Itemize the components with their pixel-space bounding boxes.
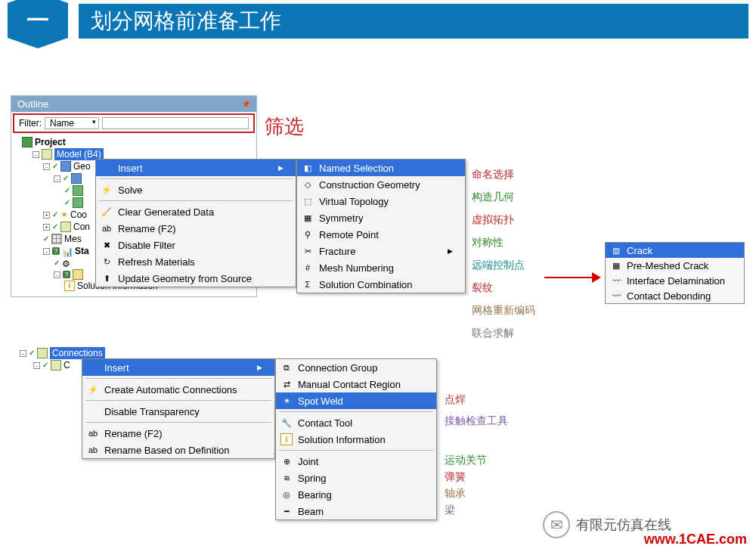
menu-interface-delamination[interactable]: 〰Interface Delamination <box>606 273 744 288</box>
menu-crack[interactable]: ▥Crack <box>606 243 744 258</box>
menu-insert-conn[interactable]: Insert▶ <box>82 359 274 376</box>
debonding-icon: 〰 <box>610 290 622 302</box>
topology-icon: ⬚ <box>302 195 314 207</box>
numbering-icon: # <box>302 262 314 274</box>
submenu-beam[interactable]: ━Beam <box>276 503 436 519</box>
menu-rename-definition[interactable]: abRename Based on Definition <box>82 442 274 458</box>
group-icon: ⧉ <box>280 361 293 374</box>
check-icon: ✓ <box>43 233 49 245</box>
expand-icon[interactable]: - <box>20 350 26 357</box>
blank-icon <box>101 162 113 174</box>
arrow-icon <box>544 272 601 283</box>
separator <box>99 178 293 179</box>
outline-title-bar: Outline 📌 <box>11 96 256 112</box>
menu-insert[interactable]: Insert▶ <box>96 160 296 176</box>
model-icon <box>42 149 52 160</box>
rename-icon: ab <box>101 222 113 234</box>
separator <box>279 411 433 412</box>
submenu-contact-tool[interactable]: 🔧Contact Tool <box>276 414 436 431</box>
solution-icon <box>73 269 83 280</box>
tree-coo[interactable]: Coo <box>70 209 87 221</box>
pin-icon[interactable]: 📌 <box>241 100 250 108</box>
check-icon: ✓ <box>63 172 69 185</box>
separator <box>99 200 293 201</box>
separator <box>279 450 433 451</box>
menu-solve[interactable]: ⚡Solve <box>96 181 296 198</box>
filter-select[interactable]: Name <box>45 117 99 129</box>
check-icon: ✓ <box>64 197 70 209</box>
submenu-spring[interactable]: ≋Spring <box>276 470 436 486</box>
footer-url: www.1CAE.com <box>644 532 747 547</box>
separator <box>85 400 271 401</box>
named-selection-icon: ◧ <box>302 162 314 174</box>
lightning-icon: ⚡ <box>101 184 113 196</box>
expand-icon[interactable]: - <box>54 175 60 182</box>
submenu-mesh-numbering[interactable]: #Mesh Numbering <box>297 259 465 276</box>
connections-icon <box>37 348 48 358</box>
tree-con[interactable]: Con <box>73 221 90 233</box>
expand-icon[interactable]: + <box>43 212 50 219</box>
expand-icon[interactable]: - <box>33 151 39 158</box>
anno-mesh-numbering: 网格重新编码 <box>472 299 535 321</box>
expand-icon[interactable]: - <box>43 248 50 255</box>
lightning-icon: ⚡ <box>87 383 99 395</box>
context-menu-model: Insert▶ ⚡Solve 🧹Clear Generated Data abR… <box>95 159 296 287</box>
menu-disable-transparency[interactable]: Disable Transparency <box>82 403 274 420</box>
construction-icon: ◇ <box>302 178 314 191</box>
expand-icon[interactable]: - <box>54 271 60 278</box>
submenu-solution-combination[interactable]: ΣSolution Combination <box>297 276 465 293</box>
page-header: 一 划分网格前准备工作 <box>0 0 756 42</box>
premeshed-icon: ▦ <box>610 259 622 271</box>
info-icon: i <box>64 281 75 291</box>
annotations-insert-model: 命名选择 构造几何 虚拟拓扑 对称性 远端控制点 裂纹 网格重新编码 联合求解 <box>472 163 535 344</box>
tree-sta[interactable]: Sta <box>75 245 89 257</box>
tree-mes[interactable]: Mes <box>64 233 82 245</box>
expand-icon[interactable]: + <box>43 224 50 231</box>
menu-auto-connections[interactable]: ⚡Create Automatic Connections <box>82 381 274 398</box>
remote-point-icon: ⚲ <box>302 228 314 240</box>
submenu-fracture[interactable]: ✂Fracture▶ <box>297 243 465 259</box>
submenu-connection-group[interactable]: ⧉Connection Group <box>276 359 436 376</box>
menu-clear-data[interactable]: 🧹Clear Generated Data <box>96 203 296 220</box>
anno-spring: 弹簧 <box>445 468 508 485</box>
joint-icon: ⊕ <box>280 455 293 467</box>
submenu-bearing[interactable]: ◎Bearing <box>276 486 436 503</box>
menu-contact-debonding[interactable]: 〰Contact Debonding <box>606 288 744 303</box>
submenu-symmetry[interactable]: ▦Symmetry <box>297 209 465 226</box>
menu-rename[interactable]: abRename (F2) <box>96 220 296 237</box>
check-icon: ✓ <box>42 359 48 371</box>
folder-icon <box>51 360 61 371</box>
submenu-manual-contact[interactable]: ⇄Manual Contact Region <box>276 376 436 392</box>
info-icon: i <box>280 433 293 445</box>
delamination-icon: 〰 <box>610 274 622 287</box>
tree-geo[interactable]: Geo <box>73 160 91 172</box>
expand-icon[interactable]: - <box>43 163 50 170</box>
tree-project[interactable]: Project <box>35 136 66 148</box>
expand-icon[interactable]: - <box>33 362 40 369</box>
filter-row: Filter: Name <box>13 113 255 133</box>
symmetry-icon: ▦ <box>302 212 314 224</box>
submenu-remote-point[interactable]: ⚲Remote Point <box>297 226 465 243</box>
body-icon <box>73 185 83 196</box>
menu-premeshed-crack[interactable]: ▦Pre-Meshed Crack <box>606 258 744 273</box>
separator <box>85 378 271 379</box>
submenu-insert-model: ◧Named Selection ◇Construction Geometry … <box>296 159 466 293</box>
menu-update-geometry[interactable]: ⬆Update Geometry from Source <box>96 270 296 287</box>
cube-icon <box>71 173 82 184</box>
project-icon <box>22 137 33 147</box>
submenu-virtual-topology[interactable]: ⬚Virtual Topology <box>297 193 465 209</box>
anno-spot-weld: 点焊 <box>445 391 508 408</box>
submenu-joint[interactable]: ⊕Joint <box>276 453 436 470</box>
tree-c[interactable]: C <box>64 359 70 371</box>
submenu-spot-weld[interactable]: ✴Spot Weld <box>276 392 436 409</box>
beam-icon: ━ <box>280 505 293 517</box>
menu-refresh-materials[interactable]: ↻Refresh Materials <box>96 253 296 270</box>
submenu-construction-geometry[interactable]: ◇Construction Geometry <box>297 176 465 193</box>
menu-rename-conn[interactable]: abRename (F2) <box>82 425 274 442</box>
filter-input[interactable] <box>102 117 249 129</box>
submenu-named-selection[interactable]: ◧Named Selection <box>297 160 465 176</box>
blank-icon <box>87 361 99 374</box>
tree-connections-node[interactable]: Connections <box>50 347 105 359</box>
menu-disable-filter[interactable]: ✖Disable Filter <box>96 237 296 253</box>
submenu-solution-info[interactable]: iSolution Information <box>276 431 436 448</box>
